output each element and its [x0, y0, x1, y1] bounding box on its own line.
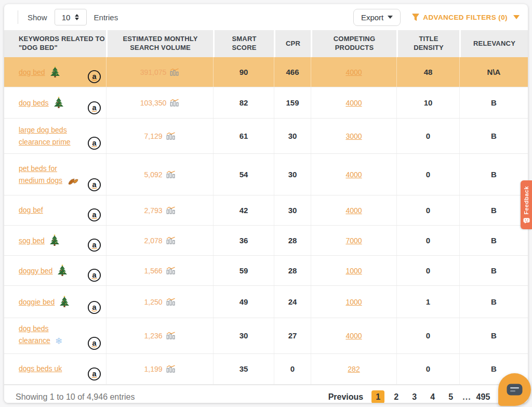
pagination-ellipsis: ...	[462, 392, 471, 402]
pagination-page[interactable]: 4	[426, 390, 439, 403]
funnel-icon	[412, 14, 419, 21]
smart-score-cell: 49	[213, 286, 274, 318]
entries-label: Entries	[94, 13, 118, 22]
smart-score-cell: 42	[213, 195, 274, 225]
pagination-previous[interactable]: Previous	[328, 392, 364, 402]
smart-score-cell: 35	[213, 354, 274, 384]
amazon-a-icon[interactable]: a	[87, 208, 101, 222]
keyword-link[interactable]: dog beds	[19, 99, 49, 107]
amazon-a-icon[interactable]: a	[87, 178, 101, 192]
christmas-tree-icon	[54, 97, 64, 108]
competing-products-link[interactable]: 4000	[345, 170, 362, 179]
table-row: large dog beds clearance primea7,1296130…	[4, 119, 528, 154]
competing-products-link[interactable]: 282	[348, 365, 360, 373]
keyword-link[interactable]: dog bed	[19, 68, 45, 76]
competing-products-cell: 4000	[311, 87, 396, 118]
pagination-last-page[interactable]: 495	[476, 390, 490, 403]
amazon-a-icon[interactable]: a	[87, 101, 101, 115]
feedback-tab[interactable]: Feedback	[521, 180, 532, 229]
search-volume-cell: 1,236	[106, 318, 213, 353]
title-density-cell: 1	[396, 286, 459, 318]
svg-text:a: a	[92, 211, 97, 219]
search-volume-value: 1,236	[144, 332, 162, 340]
column-header[interactable]: RELEVANCY	[459, 30, 528, 57]
feedback-label: Feedback	[523, 186, 529, 215]
christmas-tree-icon	[50, 66, 60, 77]
volume-trend-icon	[166, 267, 176, 274]
search-volume-cell: 391,075	[106, 57, 213, 87]
column-header[interactable]: SMART SCORE	[213, 30, 274, 57]
cpr-cell: 466	[274, 57, 311, 87]
title-density-cell: 10	[396, 87, 459, 118]
amazon-a-icon[interactable]: a	[87, 336, 101, 350]
amazon-a-icon[interactable]: a	[87, 268, 101, 282]
competing-products-cell: 4000	[311, 195, 396, 225]
search-volume-value: 1,566	[144, 267, 162, 275]
keyword-link[interactable]: doggy bed	[19, 267, 52, 275]
christmas-tree-icon	[49, 234, 60, 246]
volume-trend-icon	[166, 132, 176, 140]
amazon-a-icon[interactable]: a	[87, 300, 101, 314]
column-header[interactable]: ESTIMATED MONTHLY SEARCH VOLUME	[106, 30, 213, 57]
search-volume-value: 2,078	[144, 237, 162, 245]
volume-trend-icon	[170, 99, 179, 107]
page-size-select[interactable]: 10	[55, 9, 87, 25]
competing-products-link[interactable]: 4000	[345, 68, 362, 76]
amazon-a-icon[interactable]: a	[87, 136, 101, 150]
svg-text:a: a	[92, 339, 97, 347]
amazon-a-icon[interactable]: a	[87, 367, 101, 381]
svg-text:a: a	[92, 139, 97, 147]
amazon-a-icon[interactable]: a	[87, 70, 101, 84]
competing-products-cell: 3000	[311, 119, 396, 153]
chat-widget-button[interactable]	[498, 373, 531, 406]
search-volume-cell: 1,566	[106, 256, 213, 285]
relevancy-cell: B	[459, 286, 528, 318]
column-header[interactable]: TITLE DENSITY	[396, 30, 459, 57]
pagination-page[interactable]: 3	[408, 390, 421, 403]
competing-products-link[interactable]: 4000	[345, 99, 362, 107]
pagination-page[interactable]: 1	[371, 390, 384, 403]
competing-products-cell: 7000	[311, 226, 396, 255]
keyword-link[interactable]: dog beds clearance	[19, 324, 50, 345]
competing-products-link[interactable]: 1000	[345, 298, 362, 306]
title-density-cell: 0	[396, 226, 459, 255]
column-header[interactable]: KEYWORDS RELATED TO "DOG BED"	[4, 30, 106, 57]
volume-trend-icon	[166, 298, 176, 306]
search-volume-cell: 7,129	[106, 119, 213, 153]
keyword-link[interactable]: doggie bed	[19, 298, 55, 306]
relevancy-cell: B	[459, 87, 528, 118]
competing-products-link[interactable]: 4000	[345, 332, 362, 340]
keyword-link[interactable]: dogs beds uk	[19, 364, 62, 373]
relevancy-cell: B	[459, 119, 528, 153]
pagination-page[interactable]: 2	[390, 390, 403, 403]
keyword-link[interactable]: dog bef	[19, 206, 43, 214]
table-row: dogs beds uka1,1993502820B	[4, 354, 528, 385]
search-volume-value: 103,350	[140, 99, 167, 107]
search-volume-cell: 1,199	[106, 354, 213, 384]
keyword-link[interactable]: sog bed	[19, 237, 45, 245]
chevron-down-icon	[388, 16, 393, 19]
feedback-smile-icon	[523, 218, 530, 224]
keyword-link[interactable]: pet beds for medium dogs	[19, 164, 62, 184]
smart-score-cell: 61	[213, 119, 274, 153]
column-header[interactable]: CPR	[274, 30, 311, 57]
keyword-link[interactable]: large dog beds clearance prime	[19, 126, 71, 146]
pagination-page[interactable]: 5	[444, 390, 457, 403]
competing-products-link[interactable]: 7000	[345, 237, 362, 245]
competing-products-cell: 282	[311, 354, 396, 384]
search-volume-value: 7,129	[144, 132, 162, 140]
competing-products-link[interactable]: 3000	[345, 132, 362, 140]
advanced-filters-button[interactable]: ADVANCED FILTERS (0)	[412, 14, 520, 21]
competing-products-cell: 4000	[311, 318, 396, 353]
competing-products-link[interactable]: 4000	[345, 206, 362, 215]
table-row: pet beds for medium dogsa5,092543040000B	[4, 154, 528, 195]
competing-products-link[interactable]: 1000	[345, 267, 362, 275]
export-button[interactable]: Export	[353, 9, 401, 26]
amazon-a-icon[interactable]: a	[87, 238, 101, 252]
table-row: doggie beda1,250492410001B	[4, 286, 528, 318]
competing-products-cell: 4000	[311, 57, 396, 87]
search-volume-value: 391,075	[140, 68, 167, 76]
search-volume-cell: 1,250	[106, 286, 213, 318]
cpr-cell: 24	[274, 286, 311, 318]
column-header[interactable]: COMPETING PRODUCTS	[311, 30, 396, 57]
